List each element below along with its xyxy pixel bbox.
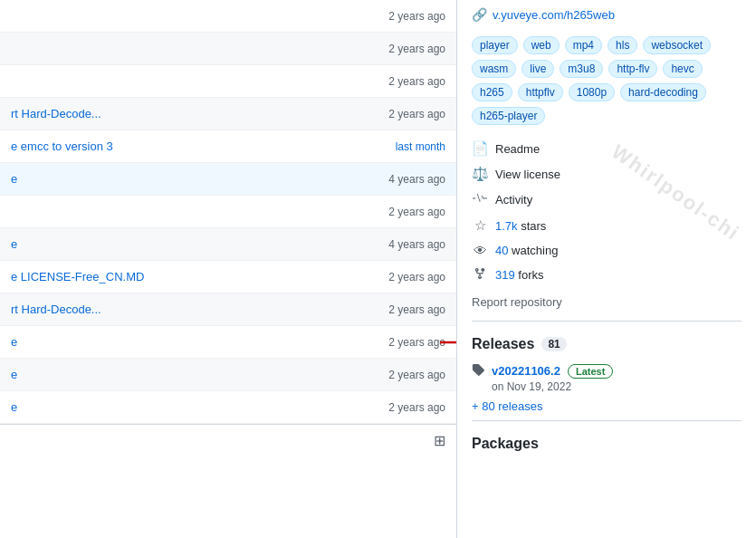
file-time: 2 years ago: [388, 303, 445, 316]
red-arrow-annotation: [440, 331, 457, 353]
license-label: View license: [495, 168, 560, 181]
table-row[interactable]: e 2 years ago: [0, 391, 456, 424]
file-time: 2 years ago: [388, 43, 445, 55]
file-time: 2 years ago: [388, 336, 445, 349]
latest-badge: Latest: [568, 364, 613, 379]
file-name[interactable]: e: [11, 400, 17, 414]
file-name[interactable]: rt Hard-Decode...: [11, 107, 101, 120]
readme-icon: 📄: [472, 140, 488, 157]
file-table: 2 years ago 2 years ago 2 years ago rt H…: [0, 0, 456, 424]
file-time: 4 years ago: [388, 238, 445, 251]
file-time: last month: [396, 140, 445, 153]
tag-h265[interactable]: h265: [472, 83, 512, 101]
file-time: 2 years ago: [388, 401, 445, 414]
tag-websocket[interactable]: websocket: [643, 36, 711, 54]
file-name[interactable]: e: [11, 368, 17, 381]
release-date: on Nov 19, 2022: [472, 380, 742, 393]
releases-count: 81: [541, 337, 566, 351]
file-name[interactable]: e: [11, 237, 17, 251]
watching-stat: 👁 40 watching: [472, 238, 742, 263]
tag-web[interactable]: web: [523, 36, 560, 54]
table-row[interactable]: 2 years ago: [0, 0, 456, 33]
file-time: 4 years ago: [388, 173, 445, 186]
tag-m3u8[interactable]: m3u8: [560, 60, 603, 78]
forks-stat: 319 forks: [472, 263, 742, 287]
file-time: 2 years ago: [388, 10, 445, 23]
release-top: v20221106.2 Latest: [472, 363, 742, 379]
table-row[interactable]: 2 years ago: [0, 33, 456, 65]
tag-httpflv[interactable]: httpflv: [518, 83, 563, 101]
file-name[interactable]: rt Hard-Decode...: [11, 303, 101, 316]
file-name[interactable]: e emcc to version 3: [11, 139, 113, 153]
tag-icon: [472, 363, 484, 379]
tag-wasm[interactable]: wasm: [472, 60, 516, 78]
stars-value[interactable]: 1.7k: [495, 219, 518, 233]
tag-mp4[interactable]: mp4: [565, 36, 602, 54]
watching-value[interactable]: 40: [495, 244, 508, 257]
divider-2: [472, 420, 742, 421]
more-releases-link[interactable]: + 80 releases: [472, 396, 542, 420]
table-row[interactable]: 2 years ago: [0, 196, 456, 228]
table-row[interactable]: e 2 years ago: [0, 359, 456, 391]
license-link[interactable]: ⚖️ View license: [472, 161, 742, 187]
tag-hard-decoding[interactable]: hard-decoding: [620, 83, 706, 101]
report-label: Report repository: [472, 295, 562, 309]
website-link[interactable]: 🔗 v.yuveye.com/h265web: [472, 0, 742, 29]
tag-live[interactable]: live: [522, 60, 554, 78]
releases-header: Releases 81: [472, 329, 742, 358]
file-name[interactable]: e: [11, 335, 17, 349]
table-row[interactable]: rt Hard-Decode... 2 years ago: [0, 98, 456, 130]
website-url: v.yuveye.com/h265web: [493, 8, 615, 22]
table-row[interactable]: rt Hard-Decode... 2 years ago: [0, 293, 456, 326]
stars-stat: ☆ 1.7k stars: [472, 213, 742, 238]
file-name[interactable]: e LICENSE-Free_CN.MD: [11, 270, 144, 283]
table-row[interactable]: e LICENSE-Free_CN.MD 2 years ago: [0, 261, 456, 293]
report-repo-link[interactable]: Report repository: [472, 291, 742, 313]
tag-player[interactable]: player: [472, 36, 518, 54]
table-row[interactable]: e 4 years ago: [0, 163, 456, 196]
file-time: 2 years ago: [388, 108, 445, 120]
file-list-panel: 2 years ago 2 years ago 2 years ago rt H…: [0, 0, 457, 538]
readme-label: Readme: [495, 142, 540, 156]
tag-http-flv[interactable]: http-flv: [608, 60, 657, 78]
activity-label: Activity: [495, 193, 532, 207]
activity-icon: [472, 191, 488, 208]
tags-area: player web mp4 hls websocket wasm live m…: [472, 29, 742, 136]
packages-title: Packages: [472, 428, 742, 456]
table-row[interactable]: e emcc to version 3 last month: [0, 130, 456, 163]
eye-icon: 👁: [472, 243, 488, 258]
activity-link[interactable]: Activity: [472, 187, 742, 213]
table-row[interactable]: 2 years ago: [0, 65, 456, 98]
releases-title: Releases: [472, 336, 534, 352]
license-icon: ⚖️: [472, 166, 488, 182]
tag-hls[interactable]: hls: [608, 36, 637, 54]
table-row-arrow[interactable]: e 2 years ago: [0, 326, 456, 359]
file-time: 2 years ago: [388, 75, 445, 88]
release-version-link[interactable]: v20221106.2: [492, 364, 560, 378]
release-item: v20221106.2 Latest on Nov 19, 2022: [472, 358, 742, 399]
file-time: 2 years ago: [388, 271, 445, 283]
grid-icon[interactable]: ⊞: [434, 432, 445, 449]
tag-hevc[interactable]: hevc: [663, 60, 702, 78]
sidebar-panel: 🔗 v.yuveye.com/h265web player web mp4 hl…: [457, 0, 756, 538]
file-time: 2 years ago: [388, 369, 445, 381]
tag-1080p[interactable]: 1080p: [569, 83, 615, 101]
readme-link[interactable]: 📄 Readme: [472, 136, 742, 161]
star-icon: ☆: [472, 217, 488, 234]
forks-value[interactable]: 319: [495, 268, 515, 282]
bottom-bar: ⊞: [0, 424, 456, 456]
table-row[interactable]: e 4 years ago: [0, 228, 456, 261]
file-time: 2 years ago: [388, 206, 445, 218]
file-name[interactable]: e: [11, 172, 17, 186]
fork-icon: [472, 267, 488, 283]
divider-1: [472, 321, 742, 322]
tag-h265-player[interactable]: h265-player: [472, 107, 545, 125]
link-icon: 🔗: [472, 7, 487, 22]
